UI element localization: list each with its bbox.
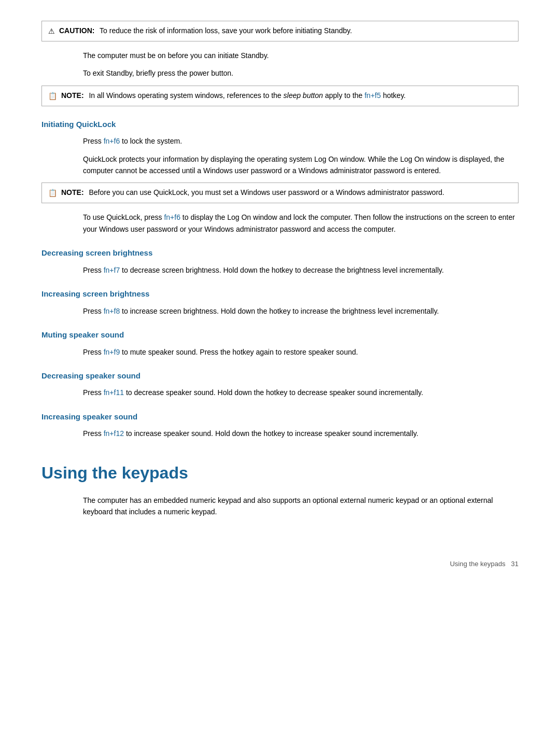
mute-sound-para: Press fn+f9 to mute speaker sound. Press… <box>83 346 519 358</box>
note2-box: 📋 NOTE: Before you can use QuickLock, yo… <box>41 182 519 203</box>
caution-box: ⚠ CAUTION: To reduce the risk of informa… <box>41 21 519 41</box>
increase-brightness-para: Press fn+f8 to increase screen brightnes… <box>83 305 519 317</box>
standby-para1: The computer must be on before you can i… <box>83 50 519 61</box>
increase-brightness-link[interactable]: fn+f8 <box>104 307 120 315</box>
section-heading-increase-sound: Increasing speaker sound <box>41 411 519 423</box>
note1-label: NOTE: <box>61 91 84 100</box>
quicklock-link2[interactable]: fn+f6 <box>164 213 180 221</box>
note1-italic: sleep button <box>284 91 323 100</box>
section-heading-decrease-brightness: Decreasing screen brightness <box>41 247 519 259</box>
section-heading-quicklock: Initiating QuickLock <box>41 119 519 131</box>
decrease-brightness-para: Press fn+f7 to decrease screen brightnes… <box>83 264 519 276</box>
mute-sound-link[interactable]: fn+f9 <box>104 348 120 356</box>
caution-icon: ⚠ <box>48 26 55 37</box>
note1-content: NOTE: In all Windows operating system wi… <box>61 90 512 101</box>
note1-box: 📋 NOTE: In all Windows operating system … <box>41 86 519 106</box>
section-heading-increase-brightness: Increasing screen brightness <box>41 288 519 300</box>
decrease-sound-para: Press fn+f11 to decrease speaker sound. … <box>83 387 519 398</box>
caution-text: To reduce the risk of information loss, … <box>100 26 352 35</box>
note1-text-before: In all Windows operating system windows,… <box>89 91 283 100</box>
caution-content: CAUTION: To reduce the risk of informati… <box>59 25 352 36</box>
footer-page: 31 <box>511 560 519 568</box>
note1-icon: 📋 <box>48 91 57 102</box>
decrease-brightness-link[interactable]: fn+f7 <box>104 266 120 274</box>
content-area: ⚠ CAUTION: To reduce the risk of informa… <box>41 21 519 569</box>
note2-content: NOTE: Before you can use QuickLock, you … <box>61 187 512 198</box>
quicklock-para3: To use QuickLock, press fn+f6 to display… <box>83 212 519 235</box>
increase-sound-link[interactable]: fn+f12 <box>104 429 124 438</box>
main-heading-keypads: Using the keypads <box>41 460 519 485</box>
note2-label: NOTE: <box>61 188 84 196</box>
note1-link[interactable]: fn+f5 <box>365 91 381 100</box>
quicklock-para2: QuickLock protects your information by d… <box>83 153 519 177</box>
section-heading-decrease-sound: Decreasing speaker sound <box>41 370 519 382</box>
footer-text: Using the keypads <box>450 560 506 568</box>
keypads-para: The computer has an embedded numeric key… <box>83 495 519 518</box>
note2-icon: 📋 <box>48 188 57 199</box>
quicklock-link1[interactable]: fn+f6 <box>104 137 120 145</box>
note1-text-after: apply to the <box>323 91 365 100</box>
standby-para2: To exit Standby, briefly press the power… <box>83 67 519 79</box>
decrease-sound-link[interactable]: fn+f11 <box>104 388 124 397</box>
note2-text: Before you can use QuickLock, you must s… <box>89 188 444 196</box>
note1-text-end: hotkey. <box>381 91 406 100</box>
caution-label: CAUTION: <box>59 26 94 35</box>
footer: Using the keypads 31 <box>41 559 519 569</box>
increase-sound-para: Press fn+f12 to increase speaker sound. … <box>83 428 519 439</box>
quicklock-para1: Press fn+f6 to lock the system. <box>83 135 519 147</box>
section-heading-mute-sound: Muting speaker sound <box>41 329 519 341</box>
